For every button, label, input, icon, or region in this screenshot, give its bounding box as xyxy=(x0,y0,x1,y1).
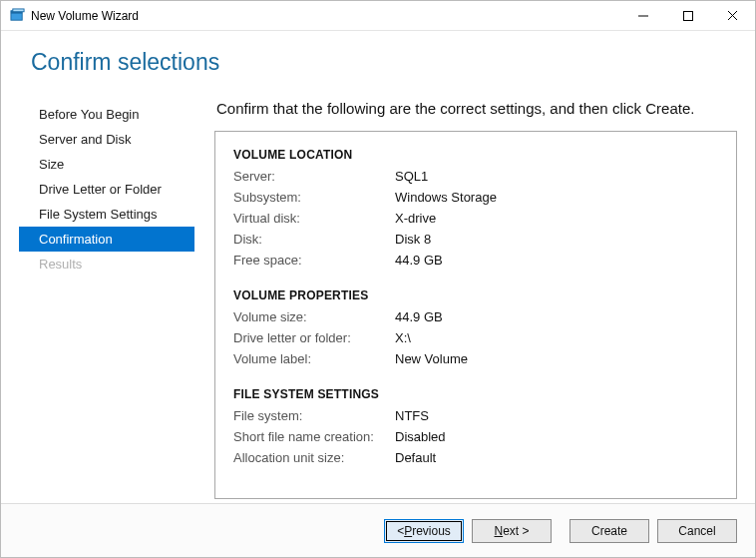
titlebar: New Volume Wizard xyxy=(1,1,755,31)
label-subsystem: Subsystem: xyxy=(233,190,395,205)
row-disk: Disk:Disk 8 xyxy=(233,229,718,250)
instruction-text: Confirm that the following are the corre… xyxy=(214,98,737,131)
row-free-space: Free space:44.9 GB xyxy=(233,250,718,271)
wizard-footer: < Previous Next > Create Cancel xyxy=(1,503,755,557)
maximize-button[interactable] xyxy=(665,2,710,30)
label-free-space: Free space: xyxy=(233,253,395,268)
create-button[interactable]: Create xyxy=(569,519,649,543)
row-allocation-unit-size: Allocation unit size:Default xyxy=(233,447,718,468)
value-file-system: NTFS xyxy=(395,408,429,423)
step-size[interactable]: Size xyxy=(19,152,194,177)
value-virtual-disk: X-drive xyxy=(395,211,436,226)
minimize-button[interactable] xyxy=(620,2,665,30)
step-file-system-settings[interactable]: File System Settings xyxy=(19,202,194,227)
step-confirmation[interactable]: Confirmation xyxy=(19,227,194,252)
step-drive-letter-or-folder[interactable]: Drive Letter or Folder xyxy=(19,177,194,202)
step-server-and-disk[interactable]: Server and Disk xyxy=(19,127,194,152)
label-file-system: File system: xyxy=(233,408,395,423)
step-results: Results xyxy=(19,252,194,277)
step-before-you-begin[interactable]: Before You Begin xyxy=(19,102,194,127)
close-button[interactable] xyxy=(710,2,755,30)
row-subsystem: Subsystem:Windows Storage xyxy=(233,187,718,208)
cancel-button[interactable]: Cancel xyxy=(657,519,737,543)
wizard-window: New Volume Wizard Confirm selections Bef… xyxy=(0,0,756,558)
value-server: SQL1 xyxy=(395,169,428,184)
row-short-file-name: Short file name creation:Disabled xyxy=(233,426,718,447)
label-server: Server: xyxy=(233,169,395,184)
value-subsystem: Windows Storage xyxy=(395,190,497,205)
page-title: Confirm selections xyxy=(31,49,755,76)
section-volume-location: VOLUME LOCATION xyxy=(233,148,718,162)
label-short-file-name: Short file name creation: xyxy=(233,429,395,444)
wizard-body: Before You Begin Server and Disk Size Dr… xyxy=(1,86,755,503)
window-controls xyxy=(620,2,755,30)
svg-rect-2 xyxy=(12,9,23,12)
row-volume-label: Volume label:New Volume xyxy=(233,348,718,369)
value-allocation-unit-size: Default xyxy=(395,450,436,465)
value-drive-letter: X:\ xyxy=(395,330,411,345)
wizard-header: Confirm selections xyxy=(1,31,755,86)
label-drive-letter: Drive letter or folder: xyxy=(233,330,395,345)
label-volume-label: Volume label: xyxy=(233,351,395,366)
window-title: New Volume Wizard xyxy=(31,9,620,23)
svg-rect-4 xyxy=(683,11,692,20)
value-volume-label: New Volume xyxy=(395,351,468,366)
label-disk: Disk: xyxy=(233,232,395,247)
main-content: Confirm that the following are the corre… xyxy=(194,98,737,499)
label-volume-size: Volume size: xyxy=(233,309,395,324)
section-volume-properties: VOLUME PROPERTIES xyxy=(233,288,718,302)
value-short-file-name: Disabled xyxy=(395,429,446,444)
section-file-system-settings: FILE SYSTEM SETTINGS xyxy=(233,387,718,401)
row-file-system: File system:NTFS xyxy=(233,405,718,426)
value-volume-size: 44.9 GB xyxy=(395,309,443,324)
app-icon xyxy=(9,8,25,24)
steps-sidebar: Before You Begin Server and Disk Size Dr… xyxy=(19,98,194,499)
next-button[interactable]: Next > xyxy=(472,519,552,543)
label-allocation-unit-size: Allocation unit size: xyxy=(233,450,395,465)
row-volume-size: Volume size:44.9 GB xyxy=(233,306,718,327)
previous-button[interactable]: < Previous xyxy=(384,519,464,543)
value-disk: Disk 8 xyxy=(395,232,431,247)
row-drive-letter: Drive letter or folder:X:\ xyxy=(233,327,718,348)
value-free-space: 44.9 GB xyxy=(395,253,443,268)
label-virtual-disk: Virtual disk: xyxy=(233,211,395,226)
confirmation-panel: VOLUME LOCATION Server:SQL1 Subsystem:Wi… xyxy=(214,131,737,499)
row-server: Server:SQL1 xyxy=(233,166,718,187)
row-virtual-disk: Virtual disk:X-drive xyxy=(233,208,718,229)
